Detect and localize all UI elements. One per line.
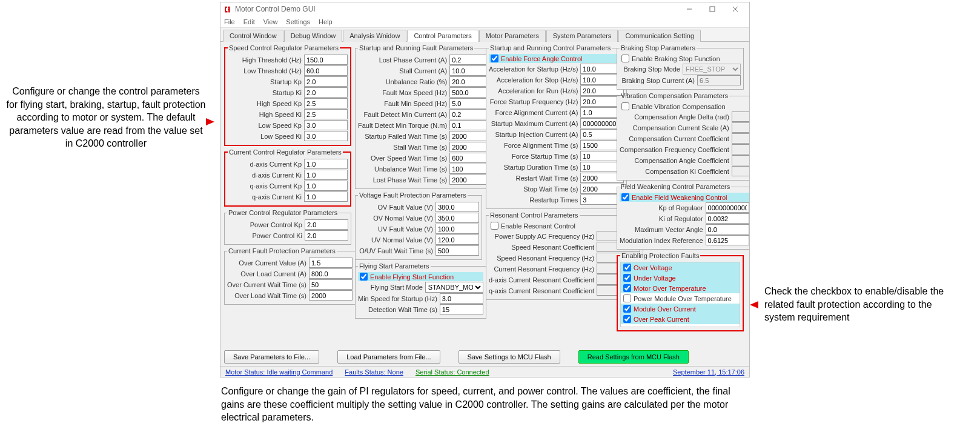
speed-reg-label-7: Low Speed Ki [228,133,302,140]
fw-input-0[interactable] [706,202,749,213]
flying-mode-select[interactable]: STANDBY_MODE [425,282,483,293]
startup-ctrl-label-11: Stop Wait Time (s) [489,185,578,193]
tab-control-parameters[interactable]: Control Parameters [407,30,478,42]
pow-reg-input-1[interactable] [305,230,348,241]
tab-motor-parameters[interactable]: Motor Parameters [479,30,546,42]
force-angle-enable-checkbox[interactable] [491,55,498,62]
menu-file[interactable]: File [224,18,235,25]
flying-input-1[interactable] [440,304,483,314]
protection-fault-checkbox-5[interactable] [623,315,631,323]
maximize-button[interactable] [701,2,724,16]
protection-fault-label-0: Over Voltage [634,264,672,271]
cur-fault-input-3[interactable] [309,290,353,301]
protection-fault-checkbox-3[interactable] [623,294,631,302]
vibration-input-0[interactable] [732,111,749,122]
resonant-enable-checkbox[interactable] [491,222,498,230]
protection-faults-list[interactable]: Over VoltageUnder VoltageMotor Over Temp… [620,262,740,327]
load-parameters-file-button[interactable]: Load Parameters from File... [337,350,440,364]
tab-system-parameters[interactable]: System Parameters [546,30,618,42]
pow-reg-input-0[interactable] [305,219,348,230]
protection-fault-checkbox-4[interactable] [623,305,631,313]
menu-view[interactable]: View [263,18,278,25]
volt-fault-input-4[interactable] [435,245,479,256]
tab-control-window[interactable]: Control Window [223,30,283,42]
fw-input-2[interactable] [706,224,749,234]
cur-fault-input-1[interactable] [309,268,353,279]
close-button[interactable] [724,2,747,16]
cur-reg-input-1[interactable] [304,170,348,180]
fw-label-2: Maximum Vector Angle [620,226,703,233]
vibration-enable-checkbox[interactable] [621,102,629,110]
flying-input-0[interactable] [440,293,483,304]
flying-start-enable-checkbox[interactable] [360,273,368,281]
speed-reg-label-0: High Threshold (Hz) [228,56,302,64]
braking-current-input[interactable] [697,75,741,85]
startup-fault-label-10: Unbalance Wait Time (s) [358,165,447,173]
startup-fault-label-2: Unbalance Ratio (%) [358,78,447,85]
volt-fault-input-2[interactable] [435,224,479,234]
speed-reg-input-5[interactable] [304,109,348,119]
speed-reg-input-3[interactable] [304,87,348,98]
startup-fault-label-3: Fault Max Speed (Hz) [358,89,447,96]
volt-fault-input-3[interactable] [435,234,479,245]
volt-fault-label-0: OV Fault Value (V) [358,204,433,211]
speed-reg-input-1[interactable] [304,65,348,76]
protection-fault-row-1: Under Voltage [621,273,740,283]
volt-fault-input-1[interactable] [435,213,479,223]
force-angle-enable-row: Enable Force Angle Control [489,54,624,63]
vibration-input-3[interactable] [732,144,749,155]
speed-reg-legend: Speed Control Regulator Parameters [228,44,340,52]
fw-input-1[interactable] [706,213,749,224]
cur-reg-input-0[interactable] [304,159,348,169]
read-settings-flash-button[interactable]: Read Settings from MCU Flash [578,350,689,364]
tab-debug-window[interactable]: Debug Window [284,30,343,42]
flying-mode-label: Flying Start Mode [358,284,423,291]
vibration-input-5[interactable] [732,166,749,176]
protection-fault-checkbox-1[interactable] [623,274,631,282]
resonant-label-1: Speed Resonant Coefficient [489,244,594,251]
speed-reg-input-6[interactable] [304,120,348,130]
menu-help[interactable]: Help [319,18,333,25]
cur-reg-input-2[interactable] [304,181,348,191]
speed-reg-input-2[interactable] [304,76,348,87]
vibration-label-3: Compensation Frequency Coefficient [620,146,729,153]
protection-fault-checkbox-2[interactable] [623,284,631,292]
tab-communication-setting[interactable]: Communication Setting [618,30,701,42]
startup-fault-label-1: Stall Current (A) [358,67,447,75]
cur-fault-input-2[interactable] [309,279,353,290]
fw-enable-row: Enable Field Weakening Control [620,193,749,202]
save-settings-flash-button[interactable]: Save Settings to MCU Flash [459,350,560,364]
vibration-input-1[interactable] [732,122,749,133]
status-bar: Motor Status: Idle waiting Command Fault… [220,366,749,377]
speed-reg-label-2: Startup Kp [228,78,302,85]
cur-fault-label-0: Over Current Value (A) [227,259,306,267]
vibration-enable-label: Enable Vibration Compensation [632,103,726,110]
volt-fault-input-0[interactable] [435,202,479,212]
vibration-input-4[interactable] [732,155,749,165]
status-time: September 11, 15:17:06 [673,368,744,376]
protection-fault-checkbox-0[interactable] [623,264,631,271]
startup-ctrl-label-6: Startup Injection Current (A) [489,131,578,138]
braking-enable-checkbox[interactable] [621,55,629,62]
speed-reg-input-7[interactable] [304,131,348,141]
protection-fault-row-0: Over Voltage [621,262,740,273]
speed-reg-input-4[interactable] [304,98,348,108]
vibration-input-2[interactable] [732,133,749,144]
fw-enable-checkbox[interactable] [621,193,629,201]
fw-input-3[interactable] [706,235,749,245]
tab-analysis-window[interactable]: Analysis Wnidow [343,30,406,42]
cur-fault-input-0[interactable] [309,258,353,268]
cur-reg-legend: Current Control Regulator Parameters [228,148,343,156]
startup-fault-label-7: Startup Failed Wait Time (s) [358,133,447,140]
vibration-label-1: Compensation Current Scale (A) [620,124,729,131]
menu-edit[interactable]: Edit [243,18,255,25]
speed-reg-input-0[interactable] [304,55,348,65]
cur-reg-input-3[interactable] [304,191,348,202]
speed-reg-label-4: High Speed Kp [228,100,302,107]
braking-mode-select[interactable]: FREE_STOP [683,64,741,75]
menu-settings[interactable]: Settings [286,18,310,25]
power-control-regulator-group: Power Control Regulator Parameters Power… [224,209,351,245]
minimize-button[interactable] [678,2,701,16]
arrow-right-icon [750,301,758,308]
save-parameters-file-button[interactable]: Save Parameters to File... [224,350,319,364]
